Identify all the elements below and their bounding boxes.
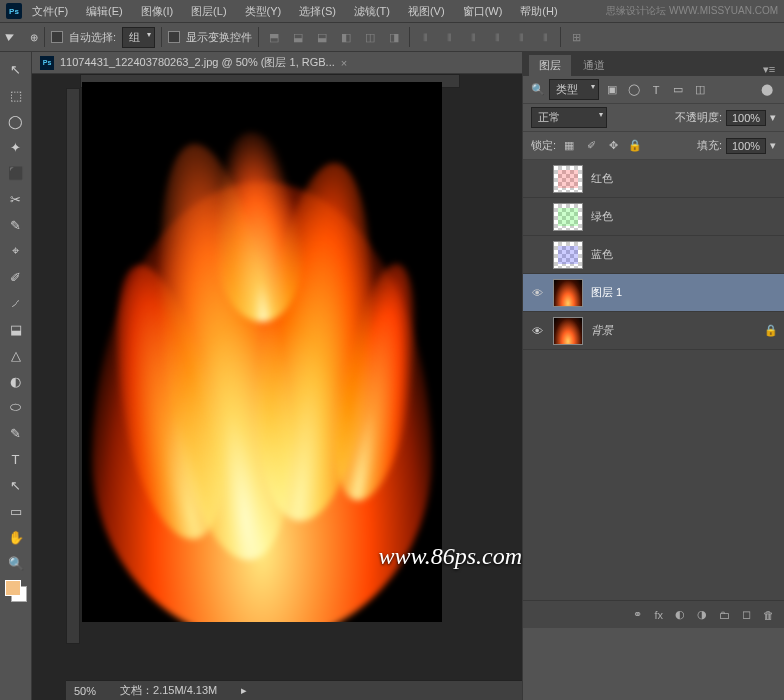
gradient-tool[interactable]: △ xyxy=(2,343,30,367)
distribute-1-icon[interactable]: ⫴ xyxy=(416,28,434,46)
trash-icon[interactable]: 🗑 xyxy=(763,609,774,621)
lock-pixels-icon[interactable]: ▦ xyxy=(560,137,578,155)
layer-name[interactable]: 绿色 xyxy=(591,209,778,224)
align-bottom-icon[interactable]: ⬓ xyxy=(313,28,331,46)
tab-layers[interactable]: 图层 xyxy=(529,55,571,76)
layer-thumbnail[interactable] xyxy=(553,279,583,307)
adjustment-icon[interactable]: ◑ xyxy=(697,608,707,621)
fill-value[interactable]: 100% xyxy=(726,138,766,154)
mask-icon[interactable]: ◐ xyxy=(675,608,685,621)
move-tool[interactable]: ↖ xyxy=(2,57,30,81)
visibility-toggle[interactable]: 👁 xyxy=(529,286,545,300)
link-layers-icon[interactable]: ⚭ xyxy=(633,608,642,621)
align-left-icon[interactable]: ◧ xyxy=(337,28,355,46)
marquee-tool[interactable]: ⬚ xyxy=(2,83,30,107)
fx-icon[interactable]: fx xyxy=(654,609,663,621)
filter-image-icon[interactable]: ▣ xyxy=(603,81,621,99)
close-tab-icon[interactable]: × xyxy=(341,57,347,69)
path-select-tool[interactable]: ↖ xyxy=(2,473,30,497)
distribute-5-icon[interactable]: ⫴ xyxy=(512,28,530,46)
dodge-tool[interactable]: ⬭ xyxy=(2,395,30,419)
visibility-toggle[interactable] xyxy=(529,248,545,262)
document-tab[interactable]: Ps 11074431_122403780263_2.jpg @ 50% (图层… xyxy=(32,52,522,74)
search-icon[interactable]: 🔍 xyxy=(531,83,545,96)
wand-tool[interactable]: ✦ xyxy=(2,135,30,159)
hand-tool[interactable]: ✋ xyxy=(2,525,30,549)
distribute-3-icon[interactable]: ⫴ xyxy=(464,28,482,46)
layer-thumbnail[interactable] xyxy=(553,203,583,231)
brush-tool[interactable]: ⌖ xyxy=(2,239,30,263)
layer-row[interactable]: 绿色 xyxy=(523,198,784,236)
layer-name[interactable]: 红色 xyxy=(591,171,778,186)
shape-tool[interactable]: ▭ xyxy=(2,499,30,523)
menu-edit[interactable]: 编辑(E) xyxy=(78,1,131,22)
align-vcenter-icon[interactable]: ⬓ xyxy=(289,28,307,46)
visibility-toggle[interactable] xyxy=(529,210,545,224)
tool-preset-icon[interactable]: ⊕ xyxy=(30,32,38,43)
layer-row[interactable]: 👁 背景 🔒 xyxy=(523,312,784,350)
layer-name[interactable]: 背景 xyxy=(591,323,756,338)
panel-menu-icon[interactable]: ▾≡ xyxy=(760,63,778,76)
tab-channels[interactable]: 通道 xyxy=(573,55,615,76)
opacity-chevron-icon[interactable]: ▾ xyxy=(770,111,776,124)
menu-type[interactable]: 类型(Y) xyxy=(237,1,290,22)
show-transform-checkbox[interactable] xyxy=(168,31,180,43)
layer-row[interactable]: 👁 图层 1 xyxy=(523,274,784,312)
blend-mode-dropdown[interactable]: 正常 xyxy=(531,107,607,128)
crop-tool[interactable]: ⬛ xyxy=(2,161,30,185)
menu-layer[interactable]: 图层(L) xyxy=(183,1,234,22)
distribute-2-icon[interactable]: ⫴ xyxy=(440,28,458,46)
filter-text-icon[interactable]: T xyxy=(647,81,665,99)
align-hcenter-icon[interactable]: ◫ xyxy=(361,28,379,46)
new-layer-icon[interactable]: ◻ xyxy=(742,608,751,621)
menu-help[interactable]: 帮助(H) xyxy=(512,1,565,22)
eyedropper-tool[interactable]: ✂ xyxy=(2,187,30,211)
align-top-icon[interactable]: ⬒ xyxy=(265,28,283,46)
zoom-level[interactable]: 50% xyxy=(74,685,96,697)
foreground-color[interactable] xyxy=(5,580,21,596)
canvas[interactable] xyxy=(82,82,442,622)
layer-row[interactable]: 红色 xyxy=(523,160,784,198)
lock-all-icon[interactable]: 🔒 xyxy=(626,137,644,155)
visibility-toggle[interactable] xyxy=(529,172,545,186)
layer-row[interactable]: 蓝色 xyxy=(523,236,784,274)
filter-adjust-icon[interactable]: ◯ xyxy=(625,81,643,99)
layer-thumbnail[interactable] xyxy=(553,317,583,345)
stamp-tool[interactable]: ✐ xyxy=(2,265,30,289)
layer-thumbnail[interactable] xyxy=(553,165,583,193)
zoom-tool[interactable]: 🔍 xyxy=(2,551,30,575)
filter-smart-icon[interactable]: ◫ xyxy=(691,81,709,99)
lock-move-icon[interactable]: ✥ xyxy=(604,137,622,155)
heal-tool[interactable]: ✎ xyxy=(2,213,30,237)
layer-name[interactable]: 蓝色 xyxy=(591,247,778,262)
menu-filter[interactable]: 滤镜(T) xyxy=(346,1,398,22)
layer-thumbnail[interactable] xyxy=(553,241,583,269)
auto-select-scope-dropdown[interactable]: 组 xyxy=(122,27,155,48)
lock-brush-icon[interactable]: ✐ xyxy=(582,137,600,155)
history-brush-tool[interactable]: ⟋ xyxy=(2,291,30,315)
eraser-tool[interactable]: ⬓ xyxy=(2,317,30,341)
menu-view[interactable]: 视图(V) xyxy=(400,1,453,22)
menu-file[interactable]: 文件(F) xyxy=(24,1,76,22)
fill-chevron-icon[interactable]: ▾ xyxy=(770,139,776,152)
distribute-6-icon[interactable]: ⫴ xyxy=(536,28,554,46)
menu-select[interactable]: 选择(S) xyxy=(291,1,344,22)
menu-window[interactable]: 窗口(W) xyxy=(455,1,511,22)
type-tool[interactable]: T xyxy=(2,447,30,471)
layer-name[interactable]: 图层 1 xyxy=(591,285,778,300)
pen-tool[interactable]: ✎ xyxy=(2,421,30,445)
opacity-value[interactable]: 100% xyxy=(726,110,766,126)
folder-icon[interactable]: 🗀 xyxy=(719,609,730,621)
lasso-tool[interactable]: ◯ xyxy=(2,109,30,133)
filter-type-dropdown[interactable]: 类型 xyxy=(549,79,599,100)
distribute-4-icon[interactable]: ⫴ xyxy=(488,28,506,46)
filter-shape-icon[interactable]: ▭ xyxy=(669,81,687,99)
align-right-icon[interactable]: ◨ xyxy=(385,28,403,46)
status-menu-icon[interactable]: ▸ xyxy=(241,684,247,697)
arrange-icon[interactable]: ⊞ xyxy=(567,28,585,46)
menu-image[interactable]: 图像(I) xyxy=(133,1,181,22)
color-swatch[interactable] xyxy=(5,580,27,602)
visibility-toggle[interactable]: 👁 xyxy=(529,324,545,338)
auto-select-checkbox[interactable] xyxy=(51,31,63,43)
filter-toggle-icon[interactable]: ⬤ xyxy=(758,81,776,99)
